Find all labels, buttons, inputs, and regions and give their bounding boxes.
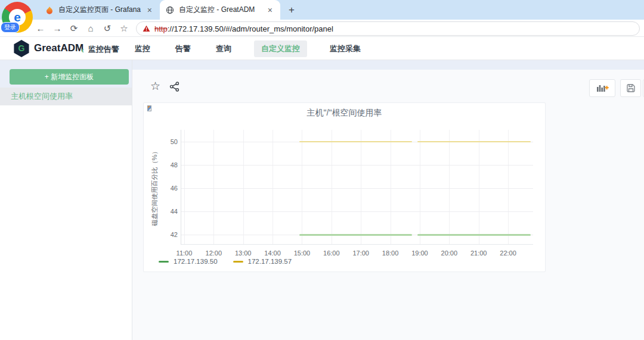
y-gridline — [181, 165, 533, 166]
x-gridline — [184, 130, 185, 244]
grafana-flame-icon — [45, 6, 54, 14]
app-nav: 监控 告警 查询 自定义监控 监控采集 — [132, 37, 383, 60]
legend-item[interactable]: 172.17.139.50 — [159, 258, 218, 265]
nav-item-monitor[interactable]: 监控 — [132, 40, 153, 57]
y-tick-label: 44 — [160, 208, 178, 215]
x-tick-label: 22:00 — [494, 249, 522, 257]
address-bar[interactable]: http://172.17.139.50/#/adm/router_ms/mon… — [136, 21, 640, 36]
browser-tab-strip: 自定义监控页面 - Grafana × 自定义监控 - GreatADM × + — [0, 0, 644, 20]
bookmark-star-icon[interactable]: ☆ — [117, 21, 131, 36]
series-line-segment — [299, 141, 411, 142]
sidebar-item-panel[interactable]: 主机根空间使用率 — [0, 88, 132, 105]
browser-logo: e 登录 — [2, 2, 33, 33]
share-icon[interactable] — [169, 82, 182, 95]
chart-title: 主机"/"根空间使用率 — [144, 108, 545, 118]
nav-item-custom-monitor[interactable]: 自定义监控 — [254, 40, 307, 57]
x-gridline — [391, 130, 391, 244]
forward-icon[interactable]: → — [50, 21, 64, 36]
legend-label: 172.17.139.57 — [248, 258, 292, 265]
home-icon[interactable]: ⌂ — [83, 21, 98, 36]
greatadm-logo-icon: G — [13, 40, 30, 57]
y-axis-title: 磁盘空间使用百分比（%） — [150, 136, 159, 238]
legend-item[interactable]: 172.17.139.57 — [233, 258, 292, 265]
sidebar: + 新增监控面板 主机根空间使用率 — [0, 60, 132, 340]
url-text: ://172.17.139.50/#/adm/router_ms/monitor… — [168, 24, 333, 33]
y-tick-label: 50 — [160, 138, 178, 145]
x-gridline — [508, 130, 509, 244]
x-tick-label: 17:00 — [346, 249, 375, 257]
series-line-segment — [417, 141, 531, 142]
x-tick-label: 12:00 — [199, 249, 228, 257]
chart-panel: 主机"/"根空间使用率 磁盘空间使用百分比（%） 11:0012:0013:00… — [143, 102, 546, 272]
chevron-left-icon: ‹ — [81, 45, 84, 55]
chart-legend: 172.17.139.50172.17.139.57 — [159, 258, 292, 265]
favorite-star-icon[interactable]: ☆ — [150, 80, 163, 93]
legend-label: 172.17.139.50 — [174, 258, 218, 265]
y-tick-label: 42 — [160, 231, 178, 238]
x-tick-label: 20:00 — [435, 249, 463, 257]
x-gridline — [243, 130, 244, 244]
x-gridline — [302, 130, 302, 244]
series-line-segment — [299, 234, 411, 236]
x-tick-label: 19:00 — [405, 249, 434, 257]
series-line-segment — [417, 234, 531, 236]
x-gridline — [332, 130, 332, 244]
x-tick-label: 18:00 — [376, 249, 405, 257]
x-gridline — [213, 130, 214, 244]
save-button[interactable] — [620, 79, 641, 97]
x-tick-label: 21:00 — [465, 249, 493, 257]
nav-item-query[interactable]: 查询 — [213, 40, 234, 57]
x-tick-label: 16:00 — [317, 249, 346, 257]
x-tick-label: 11:00 — [170, 249, 199, 257]
y-gridline — [181, 188, 533, 189]
x-gridline — [479, 130, 479, 244]
add-chart-button[interactable] — [589, 79, 615, 97]
globe-icon — [166, 6, 174, 14]
sidebar-head: + 新增监控面板 — [0, 60, 132, 88]
floppy-disk-icon — [626, 83, 636, 93]
legend-dash-icon — [233, 261, 243, 263]
x-gridline — [361, 130, 361, 244]
x-tick-label: 15:00 — [287, 249, 316, 257]
y-gridline — [181, 211, 533, 212]
new-tab-button[interactable]: + — [284, 2, 299, 18]
insecure-warning-icon[interactable] — [143, 25, 150, 32]
reload-icon[interactable]: ⟳ — [67, 21, 81, 36]
undo-icon[interactable]: ↺ — [100, 21, 114, 36]
app-header: G GreatADM ‹ 监控告警 监控 告警 查询 自定义监控 监控采集 — [0, 37, 644, 60]
browser-tab-greatadm[interactable]: 自定义监控 - GreatADM × — [160, 0, 280, 20]
nav-item-alert[interactable]: 告警 — [173, 40, 193, 57]
back-link[interactable]: ‹ 监控告警 — [81, 44, 119, 55]
browser-toolbar: ← → ⟳ ⌂ ↺ ☆ http://172.17.139.50/#/adm/r… — [0, 20, 644, 37]
y-tick-label: 46 — [160, 185, 178, 192]
plot-area: 11:0012:0013:0014:0015:0016:0017:0018:00… — [181, 130, 533, 245]
url-scheme: http — [154, 24, 168, 33]
legend-dash-icon — [159, 261, 169, 263]
tab-title: 自定义监控 - GreatADM — [179, 5, 266, 15]
tab-close-icon[interactable]: × — [145, 5, 154, 15]
brand-title: GreatADM — [34, 42, 83, 54]
login-badge[interactable]: 登录 — [1, 22, 20, 33]
tab-title: 自定义监控页面 - Grafana — [58, 5, 145, 15]
bar-chart-plus-icon — [596, 83, 609, 93]
x-tick-label: 13:00 — [229, 249, 258, 257]
x-tick-label: 14:00 — [258, 249, 287, 257]
tab-close-icon[interactable]: × — [266, 5, 274, 15]
add-panel-button[interactable]: + 新增监控面板 — [10, 69, 129, 85]
main-area: ☆ 主机"/"根空间使用率 磁盘空间使用百分比（%） 11:0012:0013:… — [132, 70, 644, 340]
y-tick-label: 48 — [160, 161, 178, 169]
x-gridline — [449, 130, 450, 244]
nav-item-collect[interactable]: 监控采集 — [327, 40, 363, 57]
x-gridline — [420, 130, 420, 244]
back-icon[interactable]: ← — [33, 21, 48, 36]
x-gridline — [273, 130, 273, 244]
back-label: 监控告警 — [88, 44, 119, 55]
browser-tab-grafana[interactable]: 自定义监控页面 - Grafana × — [39, 0, 160, 20]
